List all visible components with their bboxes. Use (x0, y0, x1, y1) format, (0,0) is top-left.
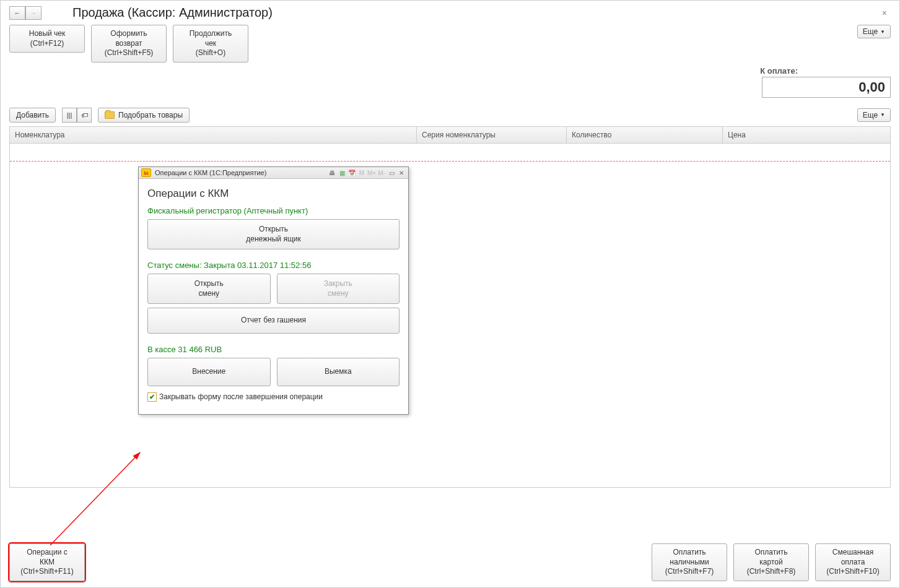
main-toolbar: Новый чек (Ctrl+F12) Оформить возврат (C… (1, 25, 899, 66)
shift-buttons-row: Открыть смену Закрыть смену (147, 274, 400, 304)
nav-arrows: ← → (9, 6, 42, 20)
chevron-down-icon: ▼ (880, 29, 885, 35)
checkbox-checked-icon: ✔ (147, 392, 157, 402)
folder-icon (105, 111, 115, 119)
pay-label: К оплате: (760, 66, 798, 76)
calendar-icon[interactable]: 📅 (347, 168, 356, 177)
close-shift-button[interactable]: Закрыть смену (277, 274, 400, 304)
label: Новый чек (16, 29, 78, 39)
shortcut: (Ctrl+Shift+F10) (822, 567, 884, 577)
table-toolbar: Добавить ||| 🏷 Подобрать товары Еще▼ (1, 104, 899, 126)
page-title: Продажа (Кассир: Администратор) (72, 6, 273, 20)
fiscal-registrar-label: Фискальный регистратор (Аптечный пункт) (147, 206, 400, 215)
memory-mplus-icon[interactable]: M+ (367, 168, 376, 177)
pick-goods-button[interactable]: Подобрать товары (98, 108, 190, 123)
forward-button[interactable]: → (25, 6, 42, 20)
label: картой (740, 558, 802, 568)
modal-close-icon[interactable]: ✕ (397, 168, 406, 177)
col-price[interactable]: Цена (723, 127, 890, 143)
arrow-right-icon: → (30, 9, 37, 17)
open-shift-button[interactable]: Открыть смену (147, 274, 271, 304)
main-window: ← → Продажа (Кассир: Администратор) × Но… (0, 0, 900, 588)
kkm-modal: 1c Операции с ККМ (1С:Предприятие) 🖶 ▦ 📅… (138, 166, 409, 415)
label: Продолжить (180, 29, 242, 39)
memory-m-icon[interactable]: M (357, 168, 366, 177)
label: возврат (98, 39, 160, 49)
open-drawer-button[interactable]: Открыть денежный ящик (147, 219, 400, 249)
continue-check-button[interactable]: Продолжить чек (Shift+O) (173, 25, 248, 63)
more-button-table[interactable]: Еще▼ (857, 108, 891, 122)
shortcut: (Ctrl+Shift+F7) (658, 567, 720, 577)
shortcut: (Ctrl+Shift+F5) (98, 48, 160, 58)
modal-title-tools: 🖶 ▦ 📅 M M+ M- ▭ ✕ (328, 168, 406, 177)
label: Закрыть (277, 279, 400, 289)
withdraw-button[interactable]: Выемка (277, 358, 400, 386)
label: смену (277, 289, 400, 299)
col-nomenclature[interactable]: Номенклатура (10, 127, 417, 143)
shortcut: (Shift+O) (180, 48, 242, 58)
label: денежный ящик (148, 235, 399, 244)
modal-heading: Операции с ККМ (147, 188, 400, 200)
pay-buttons: Оплатить наличными (Ctrl+Shift+F7) Оплат… (652, 543, 891, 581)
bottom-bar: Операции с ККМ (Ctrl+Shift+F11) Оплатить… (1, 537, 899, 587)
label: смену (148, 289, 270, 299)
add-button[interactable]: Добавить (9, 108, 56, 123)
label: чек (180, 39, 242, 49)
modal-minimize-icon[interactable]: ▭ (387, 168, 396, 177)
shortcut: (Ctrl+Shift+F11) (16, 567, 78, 577)
label: оплата (822, 558, 884, 568)
chevron-down-icon: ▼ (880, 112, 885, 118)
label: Еще (863, 27, 878, 36)
shift-status-label: Статус смены: Закрыта 03.11.2017 11:52:5… (147, 261, 400, 270)
label: Оплатить (740, 548, 802, 558)
pay-block: К оплате: 0,00 (1, 66, 899, 104)
modal-titlebar[interactable]: 1c Операции с ККМ (1С:Предприятие) 🖶 ▦ 📅… (139, 167, 408, 179)
kkm-operations-button[interactable]: Операции с ККМ (Ctrl+Shift+F11) (9, 543, 85, 581)
cash-in-drawer-label: В кассе 31 466 RUB (147, 345, 400, 354)
cash-buttons-row: Внесение Выемка (147, 358, 400, 386)
label: ККМ (16, 558, 78, 568)
pay-amount: 0,00 (762, 77, 891, 98)
tag-icon[interactable]: 🏷 (77, 108, 92, 123)
x-report-button[interactable]: Отчет без гашения (147, 308, 400, 334)
label: Смешанная (822, 548, 884, 558)
pay-mixed-button[interactable]: Смешанная оплата (Ctrl+Shift+F10) (815, 543, 891, 581)
shortcut: (Ctrl+F12) (16, 39, 78, 49)
table-header: Номенклатура Серия номенклатуры Количест… (10, 127, 890, 144)
label: Открыть (148, 225, 399, 235)
label: Операции с (16, 548, 78, 558)
label: Оплатить (658, 548, 720, 558)
return-button[interactable]: Оформить возврат (Ctrl+Shift+F5) (91, 25, 167, 63)
close-after-checkbox-row[interactable]: ✔ Закрывать форму после завершения опера… (147, 392, 400, 402)
grid-icon[interactable]: ▦ (338, 168, 346, 177)
modal-title: Операции с ККМ (1С:Предприятие) (155, 169, 266, 176)
back-button[interactable]: ← (9, 6, 25, 20)
checkbox-label: Закрывать форму после завершения операци… (159, 392, 323, 401)
modal-body: Операции с ККМ Фискальный регистратор (А… (139, 179, 408, 414)
print-icon[interactable]: 🖶 (328, 168, 336, 177)
col-quantity[interactable]: Количество (567, 127, 723, 143)
close-button[interactable]: × (878, 7, 891, 19)
label: наличными (658, 558, 720, 568)
top-bar: ← → Продажа (Кассир: Администратор) × (1, 1, 899, 25)
barcode-icon[interactable]: ||| (62, 108, 77, 123)
label: Еще (863, 111, 878, 119)
pay-card-button[interactable]: Оплатить картой (Ctrl+Shift+F8) (733, 543, 809, 581)
logo-1c-icon: 1c (141, 168, 151, 177)
label: Оформить (98, 29, 160, 39)
more-button-top[interactable]: Еще▼ (857, 25, 891, 38)
new-check-button[interactable]: Новый чек (Ctrl+F12) (9, 25, 85, 53)
barcode-tools: ||| 🏷 (62, 108, 92, 123)
deposit-button[interactable]: Внесение (147, 358, 271, 386)
memory-mminus-icon[interactable]: M- (377, 168, 386, 177)
label: Подобрать товары (118, 111, 183, 119)
pay-cash-button[interactable]: Оплатить наличными (Ctrl+Shift+F7) (652, 543, 727, 581)
shortcut: (Ctrl+Shift+F8) (740, 567, 802, 577)
label: Открыть (148, 279, 270, 289)
col-series[interactable]: Серия номенклатуры (417, 127, 567, 143)
insertion-line (10, 161, 890, 162)
arrow-left-icon: ← (14, 9, 21, 17)
